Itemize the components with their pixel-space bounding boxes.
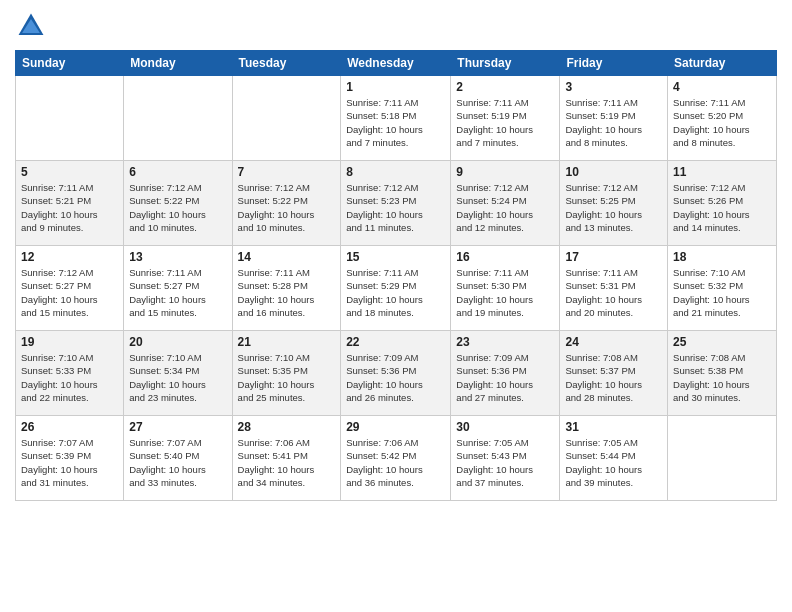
day-number: 8 — [346, 165, 445, 179]
col-header-saturday: Saturday — [668, 51, 777, 76]
calendar-day-18: 18Sunrise: 7:10 AMSunset: 5:32 PMDayligh… — [668, 246, 777, 331]
calendar-day-4: 4Sunrise: 7:11 AMSunset: 5:20 PMDaylight… — [668, 76, 777, 161]
day-info: Sunrise: 7:11 AMSunset: 5:28 PMDaylight:… — [238, 266, 336, 319]
calendar-day-9: 9Sunrise: 7:12 AMSunset: 5:24 PMDaylight… — [451, 161, 560, 246]
calendar-day-7: 7Sunrise: 7:12 AMSunset: 5:22 PMDaylight… — [232, 161, 341, 246]
calendar-header-row: SundayMondayTuesdayWednesdayThursdayFrid… — [16, 51, 777, 76]
calendar-day-30: 30Sunrise: 7:05 AMSunset: 5:43 PMDayligh… — [451, 416, 560, 501]
day-info: Sunrise: 7:08 AMSunset: 5:38 PMDaylight:… — [673, 351, 771, 404]
day-number: 4 — [673, 80, 771, 94]
calendar-day-11: 11Sunrise: 7:12 AMSunset: 5:26 PMDayligh… — [668, 161, 777, 246]
calendar-week-row: 5Sunrise: 7:11 AMSunset: 5:21 PMDaylight… — [16, 161, 777, 246]
calendar-week-row: 1Sunrise: 7:11 AMSunset: 5:18 PMDaylight… — [16, 76, 777, 161]
day-number: 22 — [346, 335, 445, 349]
header — [15, 10, 777, 42]
day-info: Sunrise: 7:05 AMSunset: 5:44 PMDaylight:… — [565, 436, 662, 489]
day-info: Sunrise: 7:06 AMSunset: 5:41 PMDaylight:… — [238, 436, 336, 489]
day-number: 16 — [456, 250, 554, 264]
day-info: Sunrise: 7:09 AMSunset: 5:36 PMDaylight:… — [346, 351, 445, 404]
calendar-day-5: 5Sunrise: 7:11 AMSunset: 5:21 PMDaylight… — [16, 161, 124, 246]
day-number: 28 — [238, 420, 336, 434]
calendar-day-13: 13Sunrise: 7:11 AMSunset: 5:27 PMDayligh… — [124, 246, 232, 331]
day-info: Sunrise: 7:09 AMSunset: 5:36 PMDaylight:… — [456, 351, 554, 404]
calendar-day-10: 10Sunrise: 7:12 AMSunset: 5:25 PMDayligh… — [560, 161, 668, 246]
day-info: Sunrise: 7:11 AMSunset: 5:19 PMDaylight:… — [456, 96, 554, 149]
calendar-day-23: 23Sunrise: 7:09 AMSunset: 5:36 PMDayligh… — [451, 331, 560, 416]
day-info: Sunrise: 7:06 AMSunset: 5:42 PMDaylight:… — [346, 436, 445, 489]
page: SundayMondayTuesdayWednesdayThursdayFrid… — [0, 0, 792, 612]
logo — [15, 10, 51, 42]
day-info: Sunrise: 7:11 AMSunset: 5:29 PMDaylight:… — [346, 266, 445, 319]
calendar-day-26: 26Sunrise: 7:07 AMSunset: 5:39 PMDayligh… — [16, 416, 124, 501]
day-info: Sunrise: 7:10 AMSunset: 5:34 PMDaylight:… — [129, 351, 226, 404]
day-number: 13 — [129, 250, 226, 264]
day-number: 5 — [21, 165, 118, 179]
day-info: Sunrise: 7:12 AMSunset: 5:22 PMDaylight:… — [238, 181, 336, 234]
day-number: 20 — [129, 335, 226, 349]
day-info: Sunrise: 7:12 AMSunset: 5:24 PMDaylight:… — [456, 181, 554, 234]
col-header-monday: Monday — [124, 51, 232, 76]
day-number: 21 — [238, 335, 336, 349]
day-number: 18 — [673, 250, 771, 264]
day-number: 27 — [129, 420, 226, 434]
day-info: Sunrise: 7:08 AMSunset: 5:37 PMDaylight:… — [565, 351, 662, 404]
calendar-week-row: 12Sunrise: 7:12 AMSunset: 5:27 PMDayligh… — [16, 246, 777, 331]
day-info: Sunrise: 7:11 AMSunset: 5:19 PMDaylight:… — [565, 96, 662, 149]
day-number: 25 — [673, 335, 771, 349]
calendar-day-20: 20Sunrise: 7:10 AMSunset: 5:34 PMDayligh… — [124, 331, 232, 416]
col-header-tuesday: Tuesday — [232, 51, 341, 76]
calendar-empty-cell — [668, 416, 777, 501]
day-info: Sunrise: 7:12 AMSunset: 5:23 PMDaylight:… — [346, 181, 445, 234]
day-number: 29 — [346, 420, 445, 434]
day-info: Sunrise: 7:11 AMSunset: 5:18 PMDaylight:… — [346, 96, 445, 149]
col-header-sunday: Sunday — [16, 51, 124, 76]
day-info: Sunrise: 7:11 AMSunset: 5:21 PMDaylight:… — [21, 181, 118, 234]
calendar-day-21: 21Sunrise: 7:10 AMSunset: 5:35 PMDayligh… — [232, 331, 341, 416]
day-number: 24 — [565, 335, 662, 349]
day-number: 23 — [456, 335, 554, 349]
col-header-thursday: Thursday — [451, 51, 560, 76]
day-number: 30 — [456, 420, 554, 434]
day-number: 10 — [565, 165, 662, 179]
calendar-day-3: 3Sunrise: 7:11 AMSunset: 5:19 PMDaylight… — [560, 76, 668, 161]
day-info: Sunrise: 7:11 AMSunset: 5:20 PMDaylight:… — [673, 96, 771, 149]
calendar-empty-cell — [16, 76, 124, 161]
day-info: Sunrise: 7:11 AMSunset: 5:30 PMDaylight:… — [456, 266, 554, 319]
calendar-day-6: 6Sunrise: 7:12 AMSunset: 5:22 PMDaylight… — [124, 161, 232, 246]
calendar-day-28: 28Sunrise: 7:06 AMSunset: 5:41 PMDayligh… — [232, 416, 341, 501]
col-header-friday: Friday — [560, 51, 668, 76]
day-info: Sunrise: 7:05 AMSunset: 5:43 PMDaylight:… — [456, 436, 554, 489]
calendar-day-1: 1Sunrise: 7:11 AMSunset: 5:18 PMDaylight… — [341, 76, 451, 161]
day-info: Sunrise: 7:07 AMSunset: 5:39 PMDaylight:… — [21, 436, 118, 489]
calendar-day-27: 27Sunrise: 7:07 AMSunset: 5:40 PMDayligh… — [124, 416, 232, 501]
calendar-empty-cell — [124, 76, 232, 161]
calendar-day-2: 2Sunrise: 7:11 AMSunset: 5:19 PMDaylight… — [451, 76, 560, 161]
day-info: Sunrise: 7:11 AMSunset: 5:27 PMDaylight:… — [129, 266, 226, 319]
calendar-day-15: 15Sunrise: 7:11 AMSunset: 5:29 PMDayligh… — [341, 246, 451, 331]
day-number: 26 — [21, 420, 118, 434]
day-info: Sunrise: 7:10 AMSunset: 5:33 PMDaylight:… — [21, 351, 118, 404]
calendar-empty-cell — [232, 76, 341, 161]
day-number: 2 — [456, 80, 554, 94]
day-info: Sunrise: 7:10 AMSunset: 5:32 PMDaylight:… — [673, 266, 771, 319]
day-info: Sunrise: 7:12 AMSunset: 5:25 PMDaylight:… — [565, 181, 662, 234]
day-number: 6 — [129, 165, 226, 179]
calendar-week-row: 26Sunrise: 7:07 AMSunset: 5:39 PMDayligh… — [16, 416, 777, 501]
calendar-day-17: 17Sunrise: 7:11 AMSunset: 5:31 PMDayligh… — [560, 246, 668, 331]
day-info: Sunrise: 7:12 AMSunset: 5:27 PMDaylight:… — [21, 266, 118, 319]
day-info: Sunrise: 7:10 AMSunset: 5:35 PMDaylight:… — [238, 351, 336, 404]
day-number: 31 — [565, 420, 662, 434]
calendar-week-row: 19Sunrise: 7:10 AMSunset: 5:33 PMDayligh… — [16, 331, 777, 416]
day-number: 17 — [565, 250, 662, 264]
calendar-day-22: 22Sunrise: 7:09 AMSunset: 5:36 PMDayligh… — [341, 331, 451, 416]
day-number: 3 — [565, 80, 662, 94]
calendar-day-14: 14Sunrise: 7:11 AMSunset: 5:28 PMDayligh… — [232, 246, 341, 331]
day-info: Sunrise: 7:07 AMSunset: 5:40 PMDaylight:… — [129, 436, 226, 489]
day-number: 19 — [21, 335, 118, 349]
logo-icon — [15, 10, 47, 42]
calendar-day-31: 31Sunrise: 7:05 AMSunset: 5:44 PMDayligh… — [560, 416, 668, 501]
calendar-table: SundayMondayTuesdayWednesdayThursdayFrid… — [15, 50, 777, 501]
day-info: Sunrise: 7:11 AMSunset: 5:31 PMDaylight:… — [565, 266, 662, 319]
day-info: Sunrise: 7:12 AMSunset: 5:22 PMDaylight:… — [129, 181, 226, 234]
day-number: 11 — [673, 165, 771, 179]
